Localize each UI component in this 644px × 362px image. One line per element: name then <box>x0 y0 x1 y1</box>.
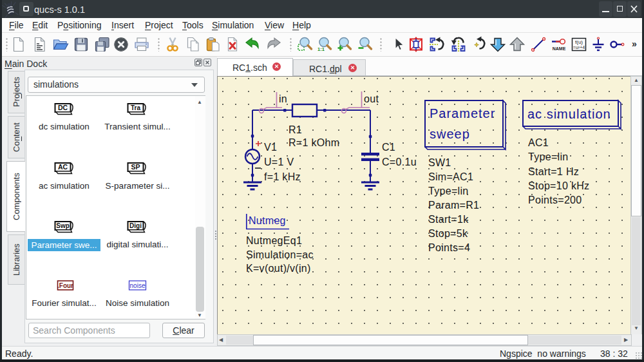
svg-text:NAME: NAME <box>553 46 566 51</box>
svg-text:Digi: Digi <box>129 222 142 229</box>
svg-text:.Four: .Four <box>57 281 73 289</box>
svg-text:DC: DC <box>58 104 68 111</box>
svg-text:noise: noise <box>130 281 146 289</box>
svg-text:=u²+4: =u²+4 <box>573 45 585 50</box>
svg-text:AC: AC <box>58 163 68 171</box>
svg-text:f(u): f(u) <box>575 39 583 45</box>
svg-text:Swp: Swp <box>56 222 70 229</box>
svg-text:SP: SP <box>131 163 140 171</box>
svg-text:1:1: 1:1 <box>317 46 325 52</box>
svg-text:Tra: Tra <box>131 104 140 111</box>
